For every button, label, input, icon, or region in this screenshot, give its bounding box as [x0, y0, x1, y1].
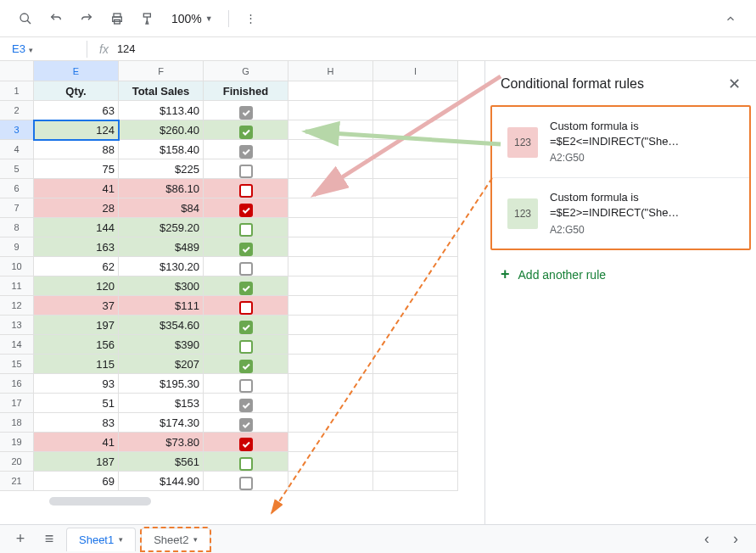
close-icon[interactable]: ✕ — [728, 75, 741, 93]
main: E F G H I 1Qty.Total SalesFinished263$11… — [0, 61, 756, 524]
fx-icon: fx — [99, 42, 109, 56]
table-row[interactable]: 728$84 — [0, 198, 484, 218]
sheet-tabs-bar: + ≡ Sheet1▾ Sheet2▾ ‹ › — [0, 524, 756, 553]
conditional-format-panel: Conditional format rules ✕ 123Custom for… — [484, 61, 756, 524]
name-box[interactable]: E3 ▾ — [7, 41, 75, 57]
table-row[interactable]: 11120$300 — [0, 276, 484, 296]
col-header-I[interactable]: I — [373, 61, 458, 81]
table-row[interactable]: 263$113.40 — [0, 101, 484, 120]
toolbar: 100%▼ ⋮ — [0, 0, 756, 37]
table-row[interactable]: 641$86.10 — [0, 179, 484, 198]
grid[interactable]: E F G H I 1Qty.Total SalesFinished263$11… — [0, 61, 484, 524]
search-icon[interactable] — [14, 7, 37, 31]
corner[interactable] — [0, 61, 34, 81]
add-rule-label: Add another rule — [518, 268, 607, 282]
print-icon[interactable] — [105, 7, 129, 31]
table-row[interactable]: 2169$144.90 — [0, 472, 484, 491]
chevron-down-icon: ▼ — [205, 14, 213, 23]
table-row[interactable]: 575$225 — [0, 159, 484, 179]
col-header-E[interactable]: E — [34, 61, 119, 81]
table-row[interactable]: 488$158.40 — [0, 140, 484, 159]
formula-bar-row: E3 ▾ fx 124 — [0, 37, 756, 61]
svg-rect-5 — [143, 14, 150, 17]
table-row[interactable]: 1751$153 — [0, 394, 484, 413]
rule-swatch: 123 — [507, 127, 538, 158]
rows-container: 1Qty.Total SalesFinished263$113.403124$2… — [0, 81, 484, 491]
chevron-down-icon: ▾ — [29, 46, 33, 54]
col-header-F[interactable]: F — [119, 61, 204, 81]
add-sheet-button[interactable]: + — [8, 528, 32, 551]
table-row[interactable]: 1883$174.30 — [0, 413, 484, 433]
plus-icon: + — [501, 265, 510, 283]
table-row[interactable]: 20187$561 — [0, 452, 484, 472]
paint-format-icon[interactable] — [136, 7, 160, 31]
col-header-G[interactable]: G — [204, 61, 288, 81]
rule-swatch: 123 — [507, 198, 538, 229]
formula-bar[interactable]: 124 — [117, 42, 136, 55]
col-header-H[interactable]: H — [288, 61, 373, 81]
scroll-left-icon[interactable]: ‹ — [695, 528, 719, 551]
redo-icon[interactable] — [75, 7, 98, 31]
zoom-dropdown[interactable]: 100%▼ — [166, 12, 218, 25]
undo-icon[interactable] — [44, 7, 68, 31]
tab-sheet1[interactable]: Sheet1▾ — [66, 528, 136, 551]
table-row[interactable]: 1941$73.80 — [0, 433, 484, 452]
chevron-down-icon: ▾ — [119, 535, 123, 544]
panel-title: Conditional format rules — [501, 76, 644, 92]
svg-line-1 — [27, 20, 31, 24]
horizontal-scrollbar[interactable] — [49, 497, 151, 506]
tab-sheet2[interactable]: Sheet2▾ — [141, 528, 210, 551]
divider — [228, 10, 229, 27]
zoom-value: 100% — [171, 12, 202, 25]
table-row[interactable]: 3124$260.40 — [0, 120, 484, 140]
table-row[interactable]: 9163$489 — [0, 237, 484, 257]
more-icon[interactable]: ⋮ — [239, 7, 263, 31]
table-row[interactable]: 1237$111 — [0, 296, 484, 316]
table-row[interactable]: 15115$207 — [0, 355, 484, 374]
format-rule[interactable]: 123Custom formula is=$E2>=INDIRECT("She…… — [492, 178, 749, 249]
all-sheets-button[interactable]: ≡ — [37, 528, 61, 551]
column-headers: E F G H I — [0, 61, 484, 81]
divider — [87, 41, 87, 58]
rules-list: 123Custom formula is=$E2<=INDIRECT("She…… — [490, 105, 751, 250]
format-rule[interactable]: 123Custom formula is=$E2<=INDIRECT("She…… — [492, 107, 749, 178]
table-row[interactable]: 1693$195.30 — [0, 374, 484, 394]
table-row[interactable]: 8144$259.20 — [0, 218, 484, 237]
add-rule-button[interactable]: + Add another rule — [485, 250, 756, 299]
collapse-toolbar-icon[interactable] — [719, 7, 742, 31]
table-row[interactable]: 1062$130.20 — [0, 257, 484, 276]
panel-header: Conditional format rules ✕ — [485, 61, 756, 105]
scroll-right-icon[interactable]: › — [724, 528, 748, 551]
table-row[interactable]: 13197$354.60 — [0, 316, 484, 335]
chevron-down-icon: ▾ — [193, 535, 198, 544]
svg-point-0 — [20, 14, 28, 21]
table-row[interactable]: 14156$390 — [0, 335, 484, 355]
